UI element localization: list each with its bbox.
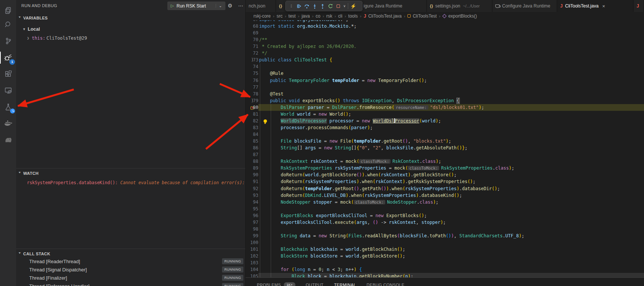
- docker-icon[interactable]: [0, 115, 16, 132]
- chevron-down-icon: ▼: [18, 16, 21, 19]
- editor-tab-settings-json[interactable]: {}settings.json~/.../User: [427, 0, 492, 12]
- continue-button[interactable]: [295, 2, 303, 10]
- code-line-92[interactable]: 92 doReturn(tempFolder.getRoot().getPath…: [246, 185, 644, 192]
- remote-explorer-icon[interactable]: [0, 82, 16, 99]
- source-control-icon[interactable]: [0, 33, 16, 49]
- run-config-chevron-icon[interactable]: ⌄: [216, 4, 225, 8]
- code-line-74[interactable]: 74: [246, 63, 644, 70]
- gradle-icon[interactable]: [0, 132, 16, 148]
- call-stack-section-header[interactable]: ▼ CALL STACK: [16, 249, 245, 257]
- hot-code-replace-icon[interactable]: ⚡: [349, 2, 357, 10]
- code-line-101[interactable]: 101 Blockchain blockchain = world.getBlo…: [246, 246, 644, 253]
- code-line-79[interactable]: )79 public void exportBlocks() throws IO…: [246, 97, 644, 104]
- call-stack-thread-row[interactable]: Thread [ReaderThread]RUNNING: [16, 257, 245, 265]
- toolbar-drag-handle[interactable]: ⁞⁞: [287, 2, 295, 10]
- code-line-72[interactable]: 72 */: [246, 50, 644, 57]
- code-line-91[interactable]: 91 doReturn(rskSystemProperties).when(rs…: [246, 178, 644, 185]
- code-line-96[interactable]: 96 ExportBlocks exportBlocksCliTool = ne…: [246, 212, 644, 219]
- search-icon[interactable]: [0, 16, 16, 33]
- watch-expression-row[interactable]: rskSystemProperties.databaseKind(): Cann…: [16, 179, 245, 187]
- code-line-85[interactable]: 85 File blocksFile = new File(tempFolder…: [246, 138, 644, 144]
- code-line-97[interactable]: 97 exportBlocksCliTool.execute(args, () …: [246, 219, 644, 226]
- code-line-94[interactable]: 94 NodeStopper stopper = mock(classToMoc…: [246, 199, 644, 206]
- breadcrumb-item[interactable]: cli: [338, 13, 342, 19]
- code-line-89[interactable]: 89 RskSystemProperties rskSystemProperti…: [246, 165, 644, 171]
- code-line-77[interactable]: 77: [246, 84, 644, 91]
- step-into-button[interactable]: [311, 2, 319, 10]
- editor-tab-clitoolstest-java[interactable]: JCliToolsTest.java×: [557, 0, 634, 12]
- code-line-82[interactable]: 82 WorldDslProcessor processor = new Wor…: [246, 118, 644, 124]
- code-line-69[interactable]: 69: [246, 30, 644, 36]
- code-line-68[interactable]: 68import static org.mockito.Mockito.*;: [246, 23, 644, 30]
- step-out-button[interactable]: [319, 2, 326, 10]
- testing-icon[interactable]: [0, 99, 16, 115]
- code-line-104[interactable]: 104 for (long n = 0; n < 3; n++) {: [246, 266, 644, 273]
- code-line-70[interactable]: 70/**: [246, 36, 644, 43]
- gear-icon[interactable]: ⚙: [228, 3, 233, 9]
- code-line-102[interactable]: 102 BlockStore blockStore = world.getBlo…: [246, 253, 644, 259]
- code-line-81[interactable]: 81 World world = new World();: [246, 111, 644, 118]
- breadcrumb-item[interactable]: exportBlocks(): [443, 13, 477, 19]
- run-play-icon[interactable]: ▷: [171, 3, 174, 8]
- line-number: 68: [246, 23, 258, 30]
- code-line-80[interactable]: 80 DslParser parser = DslParser.fromReso…: [246, 104, 644, 111]
- breadcrumb-item[interactable]: rskj-core: [253, 13, 271, 19]
- code-line-87[interactable]: 87: [246, 151, 644, 158]
- panel-tab-problems[interactable]: PROBLEMS1K+: [257, 279, 295, 286]
- watch-section-header[interactable]: ▼ WATCH: [16, 168, 245, 176]
- call-stack-thread-row[interactable]: Thread [Finalizer]RUNNING: [16, 274, 245, 282]
- code-line-84[interactable]: 84: [246, 131, 644, 138]
- code-line-75[interactable]: 75 @Rule: [246, 70, 644, 77]
- breadcrumb-item[interactable]: CliToolsTest: [407, 13, 437, 19]
- editor-tab[interactable]: J: [634, 0, 644, 12]
- line-number: 90: [246, 171, 258, 178]
- extensions-icon[interactable]: [0, 66, 16, 82]
- code-line-100[interactable]: 100: [246, 239, 644, 246]
- editor-tab-nch-json[interactable]: nch.json: [246, 0, 276, 12]
- line-number: 75: [246, 70, 258, 77]
- breadcrumb-item[interactable]: rsk: [326, 13, 332, 19]
- breadcrumb-item[interactable]: co: [316, 13, 321, 19]
- editor-tab-configure-java-runtime[interactable]: Configure Java Runtime: [492, 0, 557, 12]
- code-line-103[interactable]: 103: [246, 259, 644, 266]
- breadcrumb-item[interactable]: tools: [348, 13, 358, 19]
- code-line-73[interactable]: )73public class CliToolsTest {: [246, 57, 644, 63]
- code-line-95[interactable]: 95: [246, 206, 644, 212]
- more-actions-icon[interactable]: ⋯: [238, 3, 244, 9]
- code-line-93[interactable]: 93 doReturn(DbKind.LEVEL_DB).when(rskSys…: [246, 192, 644, 199]
- editor-tab-igure-java-runtime[interactable]: igure Java Runtime: [361, 0, 427, 12]
- code-line-71[interactable]: 71 * Created by ajlopez on 26/04/2020.: [246, 43, 644, 50]
- chevron-right-icon[interactable]: ❯: [27, 36, 29, 40]
- stop-dropdown-chevron-icon[interactable]: ∨: [342, 2, 347, 10]
- panel-tab-output[interactable]: OUTPUT: [306, 280, 324, 286]
- code-line-105[interactable]: 105 Block block = blockchain.getBlockByN…: [246, 273, 644, 277]
- json-icon: {}: [430, 4, 433, 8]
- stop-button[interactable]: [334, 2, 342, 10]
- code-line-98[interactable]: 98: [246, 226, 644, 232]
- restart-button[interactable]: [326, 2, 334, 10]
- code-line-76[interactable]: 76 public TemporaryFolder tempFolder = n…: [246, 77, 644, 84]
- code-line-88[interactable]: 88 RskContext rskContext = mock(classToM…: [246, 158, 644, 165]
- step-over-button[interactable]: [303, 2, 311, 10]
- run-configuration-dropdown[interactable]: ▷ Run RSK Start ⌄: [167, 1, 225, 10]
- variables-scope-local[interactable]: ▼ Local: [16, 25, 245, 34]
- panel-tab-terminal[interactable]: TERMINAL: [334, 280, 356, 286]
- code-line-90[interactable]: 90 doReturn(world.getBlockStore()).when(…: [246, 171, 644, 178]
- breadcrumb-item[interactable]: src: [277, 13, 283, 19]
- run-and-debug-icon[interactable]: 1: [0, 49, 16, 66]
- code-line-83[interactable]: 83 processor.processCommands(parser);: [246, 124, 644, 131]
- breadcrumb-item[interactable]: test: [288, 13, 295, 19]
- code-line-67[interactable]: 67import static org.junit.Assert.*;: [246, 20, 644, 23]
- call-stack-thread-row[interactable]: Thread [Signal Dispatcher]RUNNING: [16, 265, 245, 274]
- breadcrumb-item[interactable]: JCliToolsTest.java: [364, 13, 402, 19]
- code-line-78[interactable]: 78 @Test: [246, 91, 644, 97]
- variable-this-row[interactable]: ❯ this: CliToolsTest@29: [16, 34, 245, 43]
- call-stack-thread-row[interactable]: Thread [Reference Handler]RUNNING: [16, 282, 245, 286]
- code-line-99[interactable]: 99 String data = new String(Files.readAl…: [246, 232, 644, 239]
- close-icon[interactable]: ×: [602, 3, 605, 9]
- code-line-86[interactable]: 86 String[] args = new String[]{"0", "2"…: [246, 144, 644, 151]
- panel-tab-debug-console[interactable]: DEBUG CONSOLE: [367, 280, 404, 286]
- variables-section-header[interactable]: ▼ VARIABLES: [16, 14, 245, 22]
- breadcrumb-item[interactable]: java: [301, 13, 310, 19]
- code-editor[interactable]: 67import static org.junit.Assert.*;68imp…: [246, 20, 644, 277]
